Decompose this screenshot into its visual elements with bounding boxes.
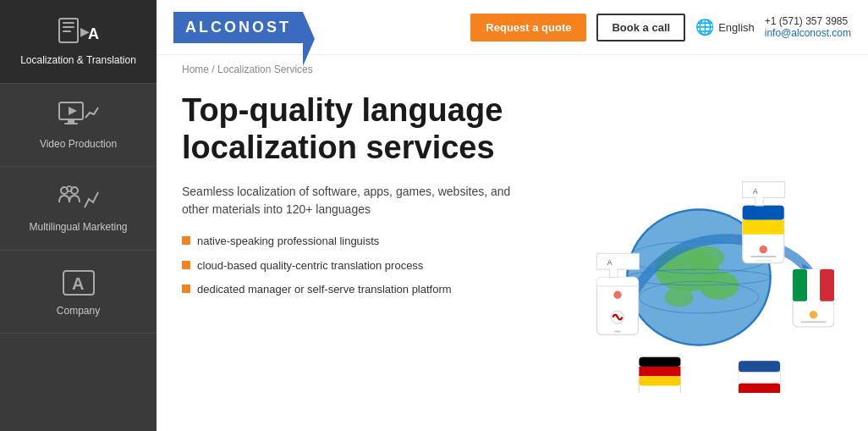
svg-rect-42 <box>800 321 826 323</box>
illustration: A A <box>555 92 843 423</box>
sidebar-item-marketing[interactable]: Multilingual Marketing <box>0 167 157 251</box>
marketing-icon <box>58 182 100 216</box>
svg-rect-44 <box>639 357 680 367</box>
content-body: Top-quality language localization servic… <box>157 84 868 431</box>
request-quote-button[interactable]: Request a quote <box>470 14 586 41</box>
bullet-2 <box>182 261 190 269</box>
svg-text:A: A <box>607 258 613 267</box>
sidebar: ▶ A Localization & Translation Video Pro… <box>0 0 157 431</box>
company-icon: A <box>58 266 100 300</box>
svg-rect-35 <box>750 256 776 257</box>
bullet-1 <box>182 236 190 245</box>
svg-marker-9 <box>69 107 77 115</box>
breadcrumb-home[interactable]: Home <box>182 64 209 75</box>
sub-text: Seamless localization of software, apps,… <box>182 183 538 218</box>
feature-item-1: native-speaking professional linguists <box>182 234 538 249</box>
svg-rect-27 <box>597 285 639 287</box>
main-area: ALCONOST Request a quote Book a call 🌐 E… <box>157 0 868 431</box>
svg-point-29 <box>613 291 621 299</box>
contact-info: +1 (571) 357 3985 info@alconost.com <box>765 15 851 39</box>
bullet-3 <box>182 285 190 293</box>
sidebar-item-marketing-label: Multilingual Marketing <box>29 221 127 235</box>
content: Home / Localization Services Top-quality… <box>157 55 868 431</box>
globe-icon: 🌐 <box>695 18 714 36</box>
svg-point-18 <box>665 288 694 307</box>
feature-item-2: cloud-based quality-centric translation … <box>182 258 538 274</box>
logo: ALCONOST <box>173 12 303 43</box>
logo-arrow <box>303 12 315 66</box>
logo-area: ALCONOST <box>173 12 303 43</box>
language-selector[interactable]: 🌐 English <box>695 18 755 36</box>
feature-item-3: dedicated manager or self-serve translat… <box>182 282 538 297</box>
svg-rect-1 <box>63 22 74 24</box>
svg-rect-46 <box>639 376 680 385</box>
sidebar-item-company[interactable]: A Company <box>0 251 157 334</box>
video-icon <box>58 99 100 133</box>
svg-rect-30 <box>614 331 621 333</box>
svg-rect-39 <box>807 269 820 301</box>
svg-text:A: A <box>88 25 99 42</box>
language-label: English <box>718 21 755 34</box>
sidebar-item-company-label: Company <box>57 305 100 318</box>
svg-text:A: A <box>72 274 84 293</box>
logo-text: ALCONOST <box>185 19 291 36</box>
breadcrumb-current: Localization Services <box>217 64 313 75</box>
sidebar-item-localization-label: Localization & Translation <box>20 54 136 68</box>
header-right: Request a quote Book a call 🌐 English +1… <box>470 14 851 41</box>
book-call-button[interactable]: Book a call <box>596 14 685 41</box>
sidebar-item-video[interactable]: Video Production <box>0 84 157 168</box>
svg-rect-45 <box>639 367 680 376</box>
svg-text:A: A <box>753 187 758 196</box>
globe-svg: A A <box>563 122 834 393</box>
svg-rect-36 <box>755 260 772 262</box>
svg-rect-49 <box>739 361 780 372</box>
svg-rect-7 <box>68 119 74 123</box>
header: ALCONOST Request a quote Book a call 🌐 E… <box>157 0 868 55</box>
localization-icon: ▶ A <box>58 15 100 49</box>
svg-rect-51 <box>739 384 780 393</box>
svg-rect-3 <box>63 30 71 32</box>
svg-rect-33 <box>743 220 784 235</box>
svg-point-34 <box>760 246 767 253</box>
svg-rect-50 <box>739 373 780 384</box>
text-section: Top-quality language localization servic… <box>182 92 555 423</box>
email-link[interactable]: info@alconost.com <box>765 27 851 39</box>
svg-rect-40 <box>820 269 834 301</box>
svg-rect-38 <box>793 269 807 301</box>
svg-rect-8 <box>64 123 78 124</box>
feature-label-2: cloud-based quality-centric translation … <box>197 258 423 274</box>
feature-label-1: native-speaking professional linguists <box>197 234 379 249</box>
sidebar-item-video-label: Video Production <box>40 138 117 152</box>
svg-point-19 <box>689 246 724 268</box>
feature-label-3: dedicated manager or self-serve translat… <box>197 282 452 297</box>
main-heading: Top-quality language localization servic… <box>182 92 538 166</box>
svg-point-41 <box>810 311 817 318</box>
breadcrumb: Home / Localization Services <box>157 55 868 84</box>
feature-list: native-speaking professional linguists c… <box>182 234 538 297</box>
svg-rect-32 <box>743 206 784 220</box>
sidebar-item-localization[interactable]: ▶ A Localization & Translation <box>0 0 157 84</box>
svg-rect-2 <box>63 26 74 28</box>
phone-number: +1 (571) 357 3985 <box>765 15 851 27</box>
